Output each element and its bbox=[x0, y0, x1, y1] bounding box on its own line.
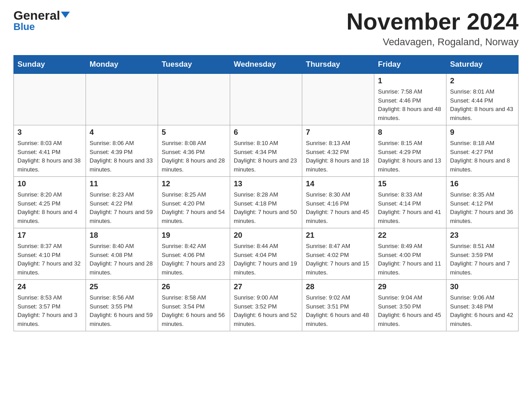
week-row-4: 17Sunrise: 8:37 AMSunset: 4:10 PMDayligh… bbox=[14, 228, 519, 280]
day-info: Sunrise: 8:23 AMSunset: 4:22 PMDaylight:… bbox=[90, 190, 154, 225]
table-cell: 7Sunrise: 8:13 AMSunset: 4:32 PMDaylight… bbox=[302, 125, 374, 177]
table-cell: 5Sunrise: 8:08 AMSunset: 4:36 PMDaylight… bbox=[158, 125, 230, 177]
day-info: Sunrise: 8:56 AMSunset: 3:55 PMDaylight:… bbox=[90, 293, 154, 328]
table-cell: 23Sunrise: 8:51 AMSunset: 3:59 PMDayligh… bbox=[446, 228, 519, 280]
table-cell: 21Sunrise: 8:47 AMSunset: 4:02 PMDayligh… bbox=[302, 228, 374, 280]
day-number: 10 bbox=[17, 180, 82, 188]
logo-triangle-icon bbox=[61, 12, 70, 18]
day-info: Sunrise: 8:58 AMSunset: 3:54 PMDaylight:… bbox=[162, 293, 226, 328]
day-number: 25 bbox=[90, 283, 154, 291]
day-number: 23 bbox=[450, 231, 515, 240]
day-info: Sunrise: 8:25 AMSunset: 4:20 PMDaylight:… bbox=[162, 190, 226, 225]
day-info: Sunrise: 8:51 AMSunset: 3:59 PMDaylight:… bbox=[450, 242, 515, 277]
week-row-1: 1Sunrise: 7:58 AMSunset: 4:46 PMDaylight… bbox=[14, 74, 519, 125]
day-info: Sunrise: 8:49 AMSunset: 4:00 PMDaylight:… bbox=[378, 242, 442, 277]
day-info: Sunrise: 8:40 AMSunset: 4:08 PMDaylight:… bbox=[90, 242, 154, 277]
day-number: 7 bbox=[306, 128, 370, 137]
table-cell: 22Sunrise: 8:49 AMSunset: 4:00 PMDayligh… bbox=[374, 228, 446, 280]
week-row-5: 24Sunrise: 8:53 AMSunset: 3:57 PMDayligh… bbox=[14, 280, 519, 331]
day-info: Sunrise: 9:02 AMSunset: 3:51 PMDaylight:… bbox=[306, 293, 370, 328]
table-cell: 24Sunrise: 8:53 AMSunset: 3:57 PMDayligh… bbox=[14, 280, 86, 331]
day-number: 26 bbox=[162, 283, 226, 291]
table-cell: 4Sunrise: 8:06 AMSunset: 4:39 PMDaylight… bbox=[86, 125, 158, 177]
day-info: Sunrise: 8:06 AMSunset: 4:39 PMDaylight:… bbox=[90, 139, 154, 174]
day-info: Sunrise: 8:28 AMSunset: 4:18 PMDaylight:… bbox=[234, 190, 298, 225]
col-saturday: Saturday bbox=[446, 56, 519, 74]
weekday-header-row: Sunday Monday Tuesday Wednesday Thursday… bbox=[14, 56, 519, 74]
day-info: Sunrise: 8:37 AMSunset: 4:10 PMDaylight:… bbox=[17, 242, 82, 277]
day-info: Sunrise: 8:03 AMSunset: 4:41 PMDaylight:… bbox=[17, 139, 82, 174]
month-title: November 2024 bbox=[347, 9, 519, 34]
day-info: Sunrise: 8:18 AMSunset: 4:27 PMDaylight:… bbox=[450, 139, 515, 174]
day-number: 8 bbox=[378, 128, 442, 137]
table-cell: 13Sunrise: 8:28 AMSunset: 4:18 PMDayligh… bbox=[230, 177, 302, 228]
col-wednesday: Wednesday bbox=[230, 56, 302, 74]
table-cell: 25Sunrise: 8:56 AMSunset: 3:55 PMDayligh… bbox=[86, 280, 158, 331]
header: General Blue November 2024 Vedavagen, Ro… bbox=[13, 9, 519, 48]
day-info: Sunrise: 8:53 AMSunset: 3:57 PMDaylight:… bbox=[17, 293, 82, 328]
day-number: 6 bbox=[234, 128, 298, 137]
table-cell: 14Sunrise: 8:30 AMSunset: 4:16 PMDayligh… bbox=[302, 177, 374, 228]
day-number: 30 bbox=[450, 283, 515, 291]
day-info: Sunrise: 8:42 AMSunset: 4:06 PMDaylight:… bbox=[162, 242, 226, 277]
logo: General Blue bbox=[13, 9, 70, 33]
day-number: 28 bbox=[306, 283, 370, 291]
day-number: 24 bbox=[17, 283, 82, 291]
day-info: Sunrise: 9:04 AMSunset: 3:50 PMDaylight:… bbox=[378, 293, 442, 328]
table-cell: 6Sunrise: 8:10 AMSunset: 4:34 PMDaylight… bbox=[230, 125, 302, 177]
table-cell: 20Sunrise: 8:44 AMSunset: 4:04 PMDayligh… bbox=[230, 228, 302, 280]
col-thursday: Thursday bbox=[302, 56, 374, 74]
table-cell: 12Sunrise: 8:25 AMSunset: 4:20 PMDayligh… bbox=[158, 177, 230, 228]
day-number: 21 bbox=[306, 231, 370, 240]
day-number: 27 bbox=[234, 283, 298, 291]
table-cell: 16Sunrise: 8:35 AMSunset: 4:12 PMDayligh… bbox=[446, 177, 519, 228]
day-info: Sunrise: 8:35 AMSunset: 4:12 PMDaylight:… bbox=[450, 190, 515, 225]
day-number: 5 bbox=[162, 128, 226, 137]
day-info: Sunrise: 8:47 AMSunset: 4:02 PMDaylight:… bbox=[306, 242, 370, 277]
day-info: Sunrise: 8:01 AMSunset: 4:44 PMDaylight:… bbox=[450, 87, 515, 122]
day-number: 18 bbox=[90, 231, 154, 240]
day-number: 29 bbox=[378, 283, 442, 291]
table-cell: 18Sunrise: 8:40 AMSunset: 4:08 PMDayligh… bbox=[86, 228, 158, 280]
day-number: 16 bbox=[450, 180, 515, 188]
day-info: Sunrise: 8:08 AMSunset: 4:36 PMDaylight:… bbox=[162, 139, 226, 174]
day-info: Sunrise: 9:00 AMSunset: 3:52 PMDaylight:… bbox=[234, 293, 298, 328]
table-cell bbox=[14, 74, 86, 125]
table-cell: 29Sunrise: 9:04 AMSunset: 3:50 PMDayligh… bbox=[374, 280, 446, 331]
day-info: Sunrise: 8:30 AMSunset: 4:16 PMDaylight:… bbox=[306, 190, 370, 225]
table-cell: 1Sunrise: 7:58 AMSunset: 4:46 PMDaylight… bbox=[374, 74, 446, 125]
table-cell: 26Sunrise: 8:58 AMSunset: 3:54 PMDayligh… bbox=[158, 280, 230, 331]
table-cell: 10Sunrise: 8:20 AMSunset: 4:25 PMDayligh… bbox=[14, 177, 86, 228]
week-row-2: 3Sunrise: 8:03 AMSunset: 4:41 PMDaylight… bbox=[14, 125, 519, 177]
day-number: 9 bbox=[450, 128, 515, 137]
day-number: 2 bbox=[450, 77, 515, 86]
day-number: 20 bbox=[234, 231, 298, 240]
day-number: 22 bbox=[378, 231, 442, 240]
day-number: 1 bbox=[378, 77, 442, 86]
table-cell: 3Sunrise: 8:03 AMSunset: 4:41 PMDaylight… bbox=[14, 125, 86, 177]
week-row-3: 10Sunrise: 8:20 AMSunset: 4:25 PMDayligh… bbox=[14, 177, 519, 228]
day-number: 15 bbox=[378, 180, 442, 188]
day-number: 12 bbox=[162, 180, 226, 188]
calendar-table: Sunday Monday Tuesday Wednesday Thursday… bbox=[13, 55, 519, 331]
day-info: Sunrise: 9:06 AMSunset: 3:48 PMDaylight:… bbox=[450, 293, 515, 328]
table-cell bbox=[230, 74, 302, 125]
table-cell: 2Sunrise: 8:01 AMSunset: 4:44 PMDaylight… bbox=[446, 74, 519, 125]
day-number: 19 bbox=[162, 231, 226, 240]
day-info: Sunrise: 8:13 AMSunset: 4:32 PMDaylight:… bbox=[306, 139, 370, 174]
title-area: November 2024 Vedavagen, Rogaland, Norwa… bbox=[347, 9, 519, 48]
day-info: Sunrise: 8:33 AMSunset: 4:14 PMDaylight:… bbox=[378, 190, 442, 225]
logo-blue: Blue bbox=[13, 21, 35, 33]
table-cell bbox=[158, 74, 230, 125]
day-number: 4 bbox=[90, 128, 154, 137]
col-friday: Friday bbox=[374, 56, 446, 74]
day-info: Sunrise: 8:20 AMSunset: 4:25 PMDaylight:… bbox=[17, 190, 82, 225]
table-cell: 27Sunrise: 9:00 AMSunset: 3:52 PMDayligh… bbox=[230, 280, 302, 331]
day-number: 14 bbox=[306, 180, 370, 188]
day-info: Sunrise: 7:58 AMSunset: 4:46 PMDaylight:… bbox=[378, 87, 442, 122]
day-number: 17 bbox=[17, 231, 82, 240]
day-number: 11 bbox=[90, 180, 154, 188]
table-cell: 9Sunrise: 8:18 AMSunset: 4:27 PMDaylight… bbox=[446, 125, 519, 177]
table-cell: 8Sunrise: 8:15 AMSunset: 4:29 PMDaylight… bbox=[374, 125, 446, 177]
table-cell: 11Sunrise: 8:23 AMSunset: 4:22 PMDayligh… bbox=[86, 177, 158, 228]
